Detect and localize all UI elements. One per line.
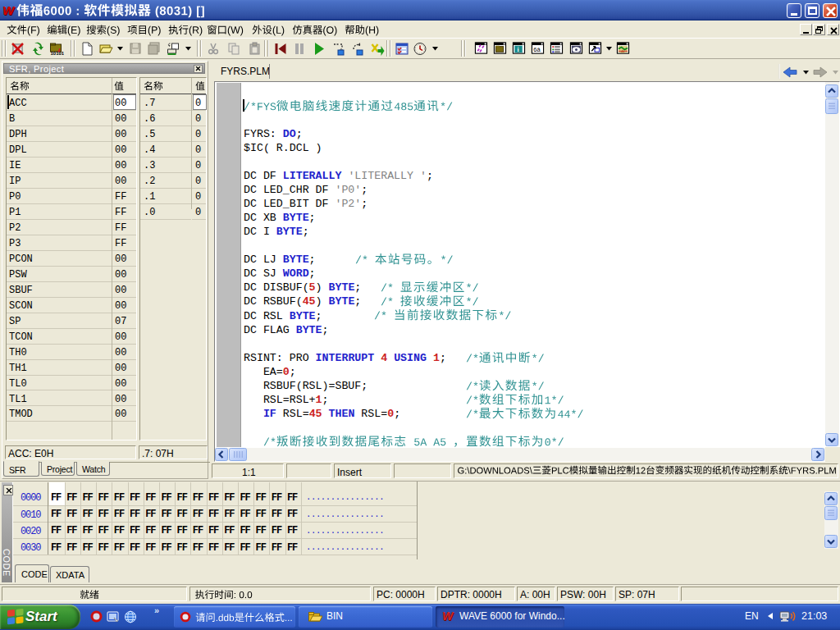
svg-text:10101: 10101 [51,51,65,56]
svg-text:6â: 6â [533,46,541,53]
svg-text:i: i [518,46,519,53]
